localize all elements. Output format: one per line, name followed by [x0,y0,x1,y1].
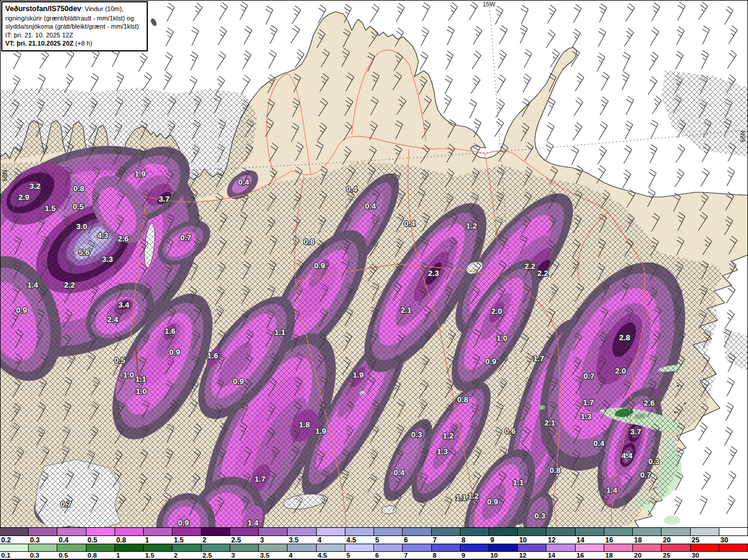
precip-value-label: 1.0 [136,387,147,396]
legend-tick-label: 25 [692,536,699,544]
precip-value-label: 3.0 [77,222,88,231]
legend-tick-label: 14 [548,552,555,559]
legend-tick-label: 2.5 [203,552,212,559]
precip-value-label: 2.2 [538,269,549,278]
legend-tick-label: 30 [721,536,728,544]
parallel-label-right: 66N [739,131,746,142]
legend-color-segment [57,528,86,535]
legend-color-segment [403,544,431,551]
precip-value-label: 1.1 [275,328,286,337]
legend-color-segment [202,544,230,551]
legend-color-segment [432,528,460,535]
legend-color-segment [633,544,662,551]
precip-value-label: 1.7 [255,475,266,483]
precip-value-label: 0.8 [550,466,561,475]
legend-tick-label: 16 [577,552,584,559]
legend-color-segment [518,528,546,535]
snow-hatch-region [0,157,722,529]
precip-value-label: 1.9 [353,371,364,379]
precip-value-label: 0.3 [535,511,546,520]
legend-color-segment [202,528,230,535]
precip-value-label: 2.6 [118,234,129,243]
precip-value-label: 3.7 [631,427,642,436]
precip-value-label: 4.3 [98,231,109,240]
precip-value-label: 1.6 [207,351,219,360]
legend-tick-label: 9 [462,552,465,559]
precip-value-label: 0.6 [505,427,516,435]
legend-tick-label: 18 [634,536,642,544]
precip-value-label: 1.4 [248,518,259,527]
precip-value-label: 1.1 [136,375,147,383]
precip-value-label: 0.8 [74,184,85,193]
legend-color-segment [345,528,374,535]
precip-value-label: 1.1 [513,478,524,487]
legend-color-segment [489,528,518,535]
legend-color-segment [691,528,719,535]
legend-color-segment [374,544,403,551]
precip-value-label: 1.6 [165,327,176,336]
legend-tick-label: 25 [663,552,670,559]
precip-value-label: 1.3 [581,412,592,421]
legend-tick-label: 9 [490,536,494,544]
product-name: Veðurstofan/IS750dev [5,5,81,13]
legend-tick-label: 7 [404,552,407,559]
precip-value-label: 2.1 [545,419,556,427]
legend-color-segment [403,528,431,535]
precip-value-label: 0.3 [649,457,660,466]
title-line-3: slydda/snjókoma (grátt/bleikt/grænt - mm… [5,22,144,31]
legend-color-segment [662,528,690,535]
precip-value-label: 1.4 [607,486,618,495]
precip-value-label: 2.2 [525,262,536,271]
title-line-1: Veðurstofan/IS750dev: Vindur (10m), [5,4,144,14]
legend-color-segment [604,544,633,551]
legend-tick-label: 2.5 [231,536,241,544]
precip-value-label: 3.2 [30,182,41,191]
legend-color-segment [345,544,374,551]
precip-value-label: 1.1 [456,493,467,502]
legend-tick-label: 12 [548,536,555,544]
precip-value-label: 3.7 [159,195,170,203]
meridian-label: 15W [483,1,496,8]
legend-tick-label: 1.5 [174,536,183,544]
legend-tick-label: 0.1 [1,552,11,559]
precip-value-label: 0.7 [584,372,595,381]
legend-color-segment [259,544,288,551]
legend-tick-label: 7 [432,536,437,544]
legend-snow-labels: 0.20.30.40.50.811.522.533.544.5567891012… [0,536,748,544]
precip-value-label: 1.2 [443,431,454,440]
precip-value-label: 1.2 [466,222,477,230]
precip-value-label: 2.3 [428,269,439,278]
legend-rain-labels: 0.10.30.50.811.522.533.544.5567891012141… [0,552,748,559]
precip-value-label: 2.2 [64,281,75,289]
legend-color-segment [115,544,144,551]
legend-snow-colorbar [0,527,748,536]
legend-color-segment [633,528,662,535]
precip-value-label: 0.8 [458,395,469,404]
precip-value-label: 0.9 [486,357,497,366]
precip-value-label: 0.8 [304,237,315,246]
precip-value-label: 2.0 [491,307,503,316]
precip-value-label: 2.1 [401,306,412,314]
legend-color-segment [172,528,201,535]
legend-tick-label: 3.5 [260,552,269,559]
legend-color-segment [259,528,288,535]
legend-color-segment [230,544,259,551]
legend-color-segment [719,544,748,551]
legend-tick-label: 0.5 [58,552,68,559]
legend-color-segment [288,528,316,535]
precip-value-label: 0.9 [233,377,244,386]
legend-tick-label: 18 [605,552,613,559]
init-time: IT: þri. 21. 10. 2025 12Z [5,31,144,40]
legend-tick-label: 3 [231,552,235,559]
legend-color-segment [86,544,115,551]
legend-color-segment [0,544,29,551]
legend-tick-label: 0.3 [30,536,40,544]
legend-color-segment [0,528,29,535]
precip-value-label: 2.8 [619,333,631,342]
legend-tick-label: 0.8 [88,552,97,559]
legend-tick-label: 4 [289,552,292,559]
precip-value-label: 1.3 [437,447,448,456]
precip-value-label: 0.4 [404,219,415,228]
legend-color-segment [518,544,546,551]
legend-color-segment [317,544,345,551]
